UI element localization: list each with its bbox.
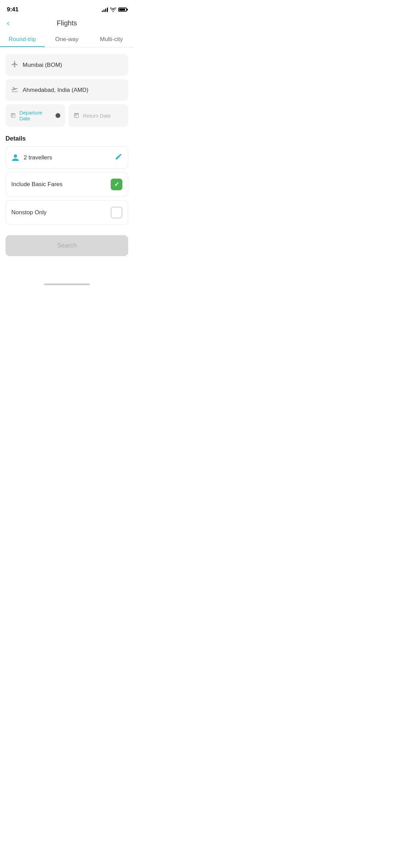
edit-travellers-icon[interactable]	[115, 153, 122, 162]
basic-fares-card[interactable]: Include Basic Fares	[5, 172, 128, 197]
destination-field[interactable]: Ahmedabad, India (AMD)	[5, 79, 128, 101]
trip-type-tabs: Round-trip One-way Multi-city	[0, 33, 134, 47]
basic-fares-checkbox[interactable]	[111, 179, 122, 190]
return-date-field[interactable]: Return Date	[69, 104, 128, 127]
status-time: 9:41	[7, 6, 19, 13]
date-row: Departure Date Return Date	[5, 104, 128, 127]
text-cursor	[56, 113, 60, 118]
departure-date-field[interactable]: Departure Date	[5, 104, 65, 127]
back-button[interactable]: ‹	[5, 17, 11, 29]
wifi-icon	[110, 8, 116, 12]
page-title: Flights	[57, 19, 77, 27]
nonstop-only-card[interactable]: Nonstop Only	[5, 200, 128, 225]
origin-value: Mumbai (BOM)	[23, 62, 62, 69]
origin-field[interactable]: Mumbai (BOM)	[5, 54, 128, 76]
search-button[interactable]: Search	[5, 235, 128, 256]
tab-round-trip[interactable]: Round-trip	[0, 33, 45, 47]
departure-aircraft-icon	[11, 60, 19, 70]
travellers-left: 2 travellers	[11, 154, 52, 162]
nonstop-only-label: Nonstop Only	[11, 209, 47, 216]
return-date-value: Return Date	[83, 113, 111, 119]
nav-header: ‹ Flights	[0, 16, 134, 33]
flight-search-form: Mumbai (BOM) Ahmedabad, India (AMD) Depa…	[0, 54, 134, 225]
travellers-card[interactable]: 2 travellers	[5, 146, 128, 169]
traveller-icon	[11, 154, 20, 162]
arrival-aircraft-icon	[11, 85, 19, 95]
departure-calendar-icon	[10, 112, 16, 119]
signal-icon	[102, 7, 108, 12]
destination-value: Ahmedabad, India (AMD)	[23, 87, 88, 94]
battery-icon	[118, 8, 127, 12]
tab-one-way[interactable]: One-way	[45, 33, 89, 47]
basic-fares-label: Include Basic Fares	[11, 181, 62, 188]
nonstop-only-checkbox[interactable]	[111, 207, 122, 218]
return-calendar-icon	[73, 112, 80, 119]
tab-multi-city[interactable]: Multi-city	[89, 33, 134, 47]
departure-date-value: Departure Date	[19, 110, 51, 121]
home-indicator	[0, 277, 134, 288]
travellers-count: 2 travellers	[24, 154, 52, 161]
details-section-title: Details	[5, 135, 128, 142]
status-icons	[102, 7, 127, 12]
status-bar: 9:41	[0, 0, 134, 16]
home-bar	[44, 284, 90, 285]
